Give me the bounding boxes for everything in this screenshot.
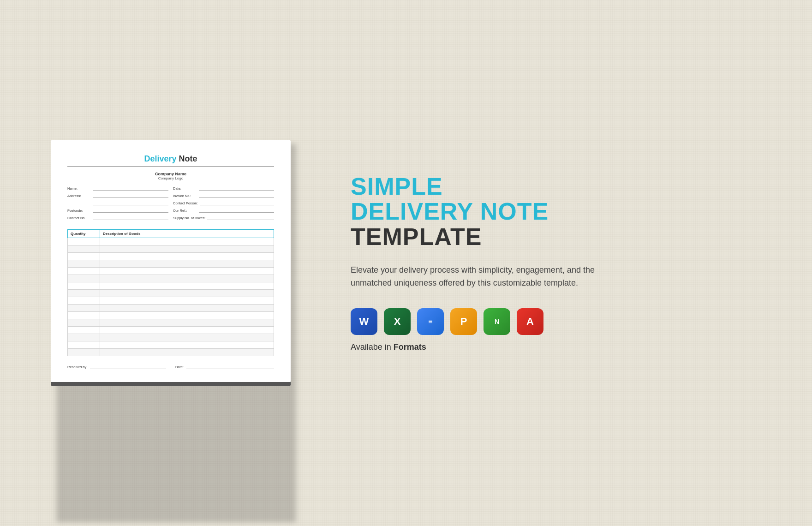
formats-label: Availabe in Formats	[351, 342, 766, 352]
document-wrapper: Delivery Note Company Name Company Logo …	[51, 140, 291, 386]
table-cell-qty	[68, 238, 100, 245]
format-icon-docs[interactable]: ≡	[417, 308, 444, 335]
left-panel: Delivery Note Company Name Company Logo …	[28, 18, 314, 508]
field-supply-boxes-label: Supply No. of Boxes:	[173, 216, 205, 220]
field-invoice: Invoice No.:	[173, 193, 274, 198]
table-cell-desc	[100, 349, 274, 356]
field-address2-line	[93, 201, 168, 205]
excel-letter: X	[394, 317, 401, 327]
table-cell-qty	[68, 253, 100, 260]
field-address2	[67, 201, 168, 205]
table-row	[68, 334, 274, 341]
headline-line1: SIMPLE	[351, 174, 766, 199]
table-row	[68, 312, 274, 319]
table-cell-desc	[100, 268, 274, 275]
format-icon-pdf[interactable]: A	[517, 308, 543, 335]
table-cell-qty	[68, 334, 100, 341]
fields-right: Date: Invoice No.: Contact Person: Our R…	[173, 186, 274, 223]
table-cell-desc	[100, 275, 274, 282]
table-body	[68, 238, 274, 356]
table-cell-desc	[100, 327, 274, 334]
table-cell-qty	[68, 305, 100, 312]
field-invoice-label: Invoice No.:	[173, 194, 197, 198]
headline: SIMPLE DELIVERY NOTE TEMPLATE	[351, 174, 766, 250]
format-icon-numbers[interactable]: N	[484, 308, 510, 335]
signature-section: Received by: Date:	[67, 365, 274, 369]
table-row	[68, 245, 274, 253]
field-postcode: Postcode:	[67, 208, 168, 213]
fields-left: Name: Address: Postcode:	[67, 186, 168, 223]
table-cell-qty	[68, 245, 100, 253]
numbers-letter: N	[495, 318, 499, 325]
title-note-text: Note	[179, 154, 197, 163]
field-invoice-line	[199, 193, 274, 198]
document: Delivery Note Company Name Company Logo …	[51, 140, 291, 382]
table-cell-qty	[68, 297, 100, 305]
company-name: Company Name	[67, 172, 274, 176]
table-cell-desc	[100, 253, 274, 260]
headline-line3: TEMPLATE	[351, 224, 766, 250]
table-cell-qty	[68, 327, 100, 334]
received-by-line	[90, 365, 166, 369]
table-cell-qty	[68, 349, 100, 356]
formats-label-bold: Formats	[394, 342, 426, 352]
field-date-label: Date:	[173, 186, 197, 191]
field-contact-person: Contact Person:	[173, 201, 274, 205]
word-letter: W	[359, 317, 369, 327]
table-cell-desc	[100, 334, 274, 341]
field-our-ref-label: Our Ref.:	[173, 209, 197, 213]
table-row	[68, 327, 274, 334]
table-cell-desc	[100, 305, 274, 312]
field-supply-boxes: Supply No. of Boxes:	[173, 215, 274, 220]
table-cell-desc	[100, 245, 274, 253]
fields-section: Name: Address: Postcode:	[67, 186, 274, 223]
table-cell-desc	[100, 297, 274, 305]
field-postcode-line	[93, 208, 168, 213]
table-cell-qty	[68, 290, 100, 297]
field-contact-person-label: Contact Person:	[173, 201, 198, 205]
company-block: Company Name Company Logo	[67, 172, 274, 180]
right-panel: SIMPLE DELIVERY NOTE TEMPLATE Elevate yo…	[314, 174, 784, 352]
col-description: Description of Goods	[100, 230, 274, 238]
field-date: Date:	[173, 186, 274, 191]
formats-section: W X ≡ P N A Availabe in Formats	[351, 308, 766, 352]
pdf-letter: A	[526, 317, 534, 327]
received-by-label: Received by:	[67, 365, 87, 369]
table-header-row: Quantity Description of Goods	[68, 230, 274, 238]
field-contact: Contact No.:	[67, 215, 168, 220]
field-date-line	[199, 186, 274, 191]
field-name-line	[93, 186, 168, 191]
table-row	[68, 253, 274, 260]
table-row	[68, 238, 274, 245]
field-contact-person-line	[200, 201, 274, 205]
table-cell-qty	[68, 319, 100, 327]
table-cell-desc	[100, 260, 274, 268]
table-cell-desc	[100, 312, 274, 319]
format-icon-excel[interactable]: X	[384, 308, 411, 335]
table-row	[68, 349, 274, 356]
description-text: Elevate your delivery process with simpl…	[351, 263, 609, 290]
received-by-field: Received by:	[67, 365, 166, 369]
field-address-line	[93, 193, 168, 198]
table-cell-desc	[100, 238, 274, 245]
sig-date-label: Date:	[175, 365, 184, 369]
format-icon-word[interactable]: W	[351, 308, 377, 335]
field-our-ref-line	[199, 208, 274, 213]
goods-table: Quantity Description of Goods	[67, 229, 274, 356]
table-row	[68, 275, 274, 282]
document-bottom-bar	[51, 382, 291, 386]
table-row	[68, 260, 274, 268]
title-divider	[67, 167, 274, 167]
table-cell-desc	[100, 290, 274, 297]
field-postcode-label: Postcode:	[67, 209, 91, 213]
field-contact-line	[93, 215, 168, 220]
format-icon-pages[interactable]: P	[450, 308, 477, 335]
field-name-label: Name:	[67, 186, 91, 191]
table-cell-desc	[100, 341, 274, 349]
table-row	[68, 290, 274, 297]
table-cell-qty	[68, 275, 100, 282]
format-icons: W X ≡ P N A	[351, 308, 766, 335]
table-row	[68, 297, 274, 305]
pages-letter: P	[460, 317, 467, 327]
field-contact-label: Contact No.:	[67, 216, 91, 220]
